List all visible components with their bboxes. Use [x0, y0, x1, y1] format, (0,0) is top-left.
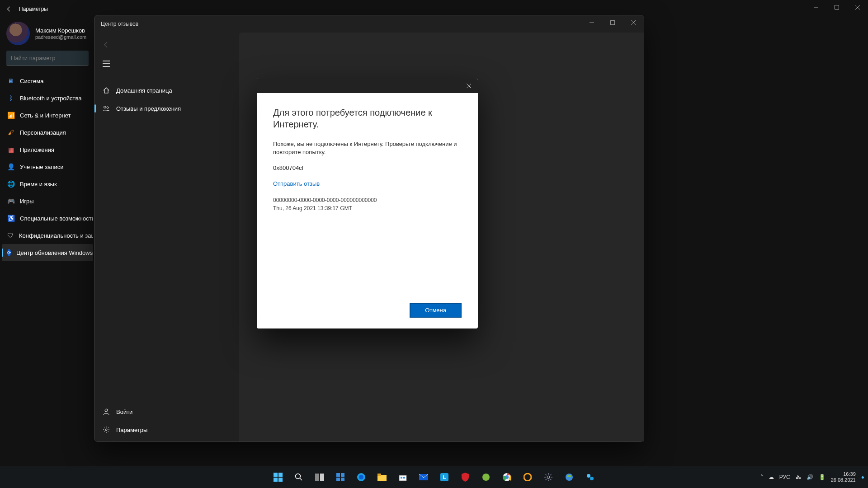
fh-nav-label: Войти: [116, 408, 132, 415]
svg-point-15: [296, 474, 301, 479]
back-icon[interactable]: [5, 6, 14, 12]
svg-point-37: [547, 476, 550, 479]
svg-rect-20: [341, 473, 344, 477]
svg-line-16: [300, 478, 302, 480]
svg-point-40: [590, 477, 594, 480]
brush-icon: 🖌: [7, 129, 14, 136]
svg-rect-14: [278, 478, 283, 482]
mail-icon[interactable]: [415, 468, 433, 486]
nav-label: Центр обновления Windows: [16, 249, 93, 256]
svg-rect-22: [341, 478, 344, 481]
user-name: Максим Корешков: [35, 27, 86, 34]
close-button[interactable]: [847, 0, 868, 14]
modal-feedback-link[interactable]: Отправить отзыв: [273, 180, 320, 187]
fh-minimize-button[interactable]: [581, 15, 602, 30]
nav-bluetooth[interactable]: ᛒBluetooth и устройства: [2, 89, 93, 107]
svg-point-7: [104, 106, 106, 108]
store-icon[interactable]: [394, 468, 412, 486]
display-icon: 🖥: [7, 77, 14, 84]
start-button[interactable]: [269, 468, 287, 486]
feedback-hub-titlebar[interactable]: Центр отзывов: [94, 15, 644, 33]
svg-point-33: [482, 474, 490, 481]
fh-nav-home[interactable]: Домашняя страница: [94, 81, 239, 99]
app-icon-2[interactable]: [477, 468, 495, 486]
wifi-icon: 📶: [7, 112, 14, 119]
globe-icon: 🌐: [7, 180, 14, 188]
date-text: 26.08.2021: [831, 477, 856, 483]
fh-back-button[interactable]: [94, 35, 239, 54]
nav-label: Приложения: [20, 146, 54, 153]
search-icon[interactable]: [290, 468, 308, 486]
modal-meta: 00000000-0000-0000-0000-000000000000 Thu…: [273, 196, 462, 212]
person-icon: 👤: [7, 163, 14, 170]
gamepad-icon: 🎮: [7, 197, 14, 205]
nav-accounts[interactable]: 👤Учетные записи: [2, 158, 93, 175]
user-email: padreseed@gmail.com: [35, 34, 86, 40]
svg-rect-1: [835, 5, 839, 9]
svg-point-39: [587, 474, 590, 478]
svg-rect-17: [315, 474, 319, 481]
nav-apps[interactable]: ▦Приложения: [2, 141, 93, 158]
notifications-icon[interactable]: ●: [861, 474, 864, 480]
feedback-hub-window: Центр отзывов Домашняя страница Отзывы и…: [94, 15, 644, 442]
svg-rect-13: [274, 478, 278, 482]
nav-time-language[interactable]: 🌐Время и язык: [2, 175, 93, 192]
taskbar-center: L: [269, 468, 599, 486]
nav-system[interactable]: 🖥Система: [2, 72, 93, 89]
battery-icon[interactable]: 🔋: [819, 474, 826, 480]
widgets-icon[interactable]: [331, 468, 349, 486]
volume-icon[interactable]: 🔊: [807, 474, 813, 480]
svg-point-8: [107, 107, 108, 108]
modal-close-button[interactable]: [460, 79, 478, 93]
nav-personalization[interactable]: 🖌Персонализация: [2, 124, 93, 141]
fh-nav-signin[interactable]: Войти: [94, 403, 239, 421]
task-view-icon[interactable]: [311, 468, 329, 486]
fh-nav-label: Отзывы и предложения: [116, 105, 181, 112]
accessibility-icon: ♿: [7, 215, 14, 222]
svg-point-36: [524, 474, 531, 481]
nav-label: Специальные возможности: [20, 215, 93, 222]
search-input[interactable]: [6, 51, 89, 66]
nav-label: Игры: [20, 198, 34, 205]
nav-windows-update[interactable]: ⟳Центр обновления Windows: [2, 244, 93, 261]
fh-maximize-button[interactable]: [602, 15, 623, 30]
onedrive-icon[interactable]: ☁: [769, 474, 774, 480]
error-modal: Для этого потребуется подключение к Инте…: [257, 79, 478, 328]
nav-network[interactable]: 📶Сеть & и Интернет: [2, 107, 93, 124]
mcafee-icon[interactable]: [456, 468, 474, 486]
tray-chevron-icon[interactable]: ˄: [760, 474, 763, 480]
apps-icon: ▦: [7, 146, 14, 153]
explorer-icon[interactable]: [373, 468, 391, 486]
svg-rect-29: [403, 477, 405, 479]
nav-gaming[interactable]: 🎮Игры: [2, 192, 93, 210]
fh-nav-settings[interactable]: Параметры: [94, 421, 239, 439]
network-icon[interactable]: 🖧: [796, 474, 801, 480]
modal-heading: Для этого потребуется подключение к Инте…: [273, 107, 462, 130]
svg-rect-28: [401, 477, 402, 479]
clock[interactable]: 16:39 26.08.2021: [831, 471, 856, 483]
svg-rect-18: [320, 474, 324, 481]
feedback-hub-sidebar: Домашняя страница Отзывы и предложения В…: [94, 33, 239, 441]
app-icon-1[interactable]: L: [435, 468, 453, 486]
edge-icon[interactable]: [352, 468, 370, 486]
people-icon: [103, 105, 110, 112]
update-icon: ⟳: [7, 249, 11, 256]
nav-accessibility[interactable]: ♿Специальные возможности: [2, 210, 93, 227]
chrome-icon[interactable]: [498, 468, 516, 486]
fh-close-button[interactable]: [623, 15, 644, 30]
time-text: 16:39: [831, 471, 856, 477]
language-indicator[interactable]: РУС: [779, 474, 790, 480]
app-icon-4[interactable]: [560, 468, 578, 486]
taskbar-right: ˄ ☁ РУС 🖧 🔊 🔋 16:39 26.08.2021 ●: [760, 471, 864, 483]
svg-rect-11: [274, 473, 278, 477]
nav-privacy[interactable]: 🛡Конфиденциальность и защита: [2, 227, 93, 244]
settings-taskbar-icon[interactable]: [539, 468, 557, 486]
minimize-button[interactable]: [806, 0, 826, 14]
app-icon-3[interactable]: [519, 468, 537, 486]
feedback-hub-taskbar-icon[interactable]: [581, 468, 599, 486]
avatar: [6, 22, 30, 45]
cancel-button[interactable]: Отмена: [410, 303, 462, 318]
hamburger-icon[interactable]: [94, 54, 239, 73]
fh-nav-feedback[interactable]: Отзывы и предложения: [94, 99, 239, 117]
maximize-button[interactable]: [826, 0, 847, 14]
